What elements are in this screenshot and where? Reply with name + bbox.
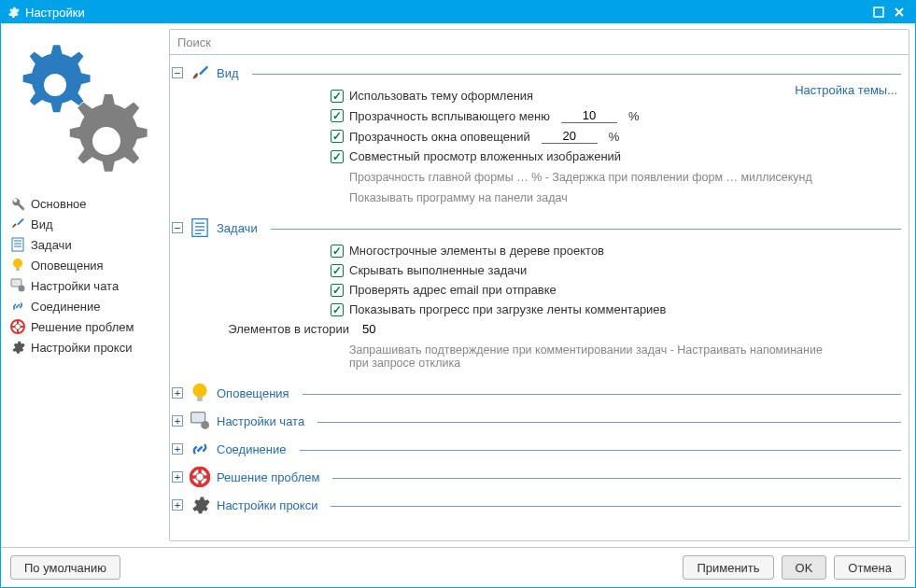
nav-item-main[interactable]: Основное [7, 194, 165, 213]
section-proxy-collapsed: + Настройки прокси [172, 495, 901, 515]
label-history: Элементов в истории [209, 322, 349, 336]
input-notify-opacity[interactable] [542, 129, 598, 144]
checkbox-use-theme[interactable] [331, 90, 344, 103]
input-popup-opacity[interactable] [561, 108, 617, 123]
document-icon [10, 237, 25, 252]
section-title: Решение проблем [217, 470, 319, 484]
window-title: Настройки [25, 6, 868, 20]
expand-toggle[interactable]: + [172, 443, 183, 455]
section-title: Задачи [217, 221, 258, 235]
nav-item-chat[interactable]: Настройки чата [7, 276, 165, 295]
label-check-email: Проверять адрес email при отправке [349, 283, 557, 297]
close-button[interactable] [889, 3, 909, 21]
maximize-button[interactable] [868, 3, 889, 21]
grey-hint-tasks: Запрашивать подтверждение при комментиро… [331, 342, 901, 370]
nav-item-proxy[interactable]: Настройки прокси [7, 338, 165, 357]
label-use-theme: Использовать тему оформления [349, 89, 533, 103]
bulb-icon [10, 258, 25, 273]
checkbox-multiline[interactable] [331, 245, 344, 258]
search-input[interactable] [170, 30, 909, 54]
expand-toggle[interactable]: + [172, 471, 183, 483]
section-tasks: − Задачи Многострочные элементы в дереве… [172, 217, 901, 375]
nav-label: Настройки чата [31, 279, 119, 293]
svg-rect-19 [197, 397, 203, 401]
svg-rect-3 [12, 238, 23, 251]
section-view: − Вид Настройка темы... Использовать тем… [172, 63, 901, 210]
nav-item-tasks[interactable]: Задачи [7, 235, 165, 254]
cancel-button[interactable]: Отмена [834, 555, 906, 580]
suffix-percent: % [609, 130, 620, 144]
section-connection-collapsed: + Соединение [172, 439, 901, 459]
main-panel: − Вид Настройка темы... Использовать тем… [169, 29, 909, 541]
checkbox-hide-done[interactable] [331, 264, 344, 277]
settings-small-icon [7, 6, 20, 19]
nav-item-view[interactable]: Вид [7, 215, 165, 233]
collapse-toggle[interactable]: − [172, 67, 183, 78]
divider [303, 394, 901, 395]
label-hide-done: Скрывать выполненные задачи [349, 263, 527, 277]
document-icon [189, 217, 211, 238]
svg-point-23 [196, 473, 204, 481]
collapse-toggle[interactable]: − [172, 222, 183, 233]
section-title: Оповещения [217, 386, 289, 400]
nav-item-notifications[interactable]: Оповещения [7, 256, 165, 274]
gear-icon [10, 340, 25, 355]
checkbox-popup-opacity[interactable] [331, 109, 344, 122]
content-scroll[interactable]: − Вид Настройка темы... Использовать тем… [170, 55, 909, 540]
footer: По умолчанию Применить OK Отмена [1, 547, 915, 587]
nav-item-connection[interactable]: Соединение [7, 297, 165, 315]
lifebuoy-icon [189, 467, 211, 487]
nav-label: Соединение [31, 300, 101, 314]
suffix-percent: % [628, 109, 640, 123]
svg-rect-9 [11, 279, 21, 287]
link-icon [189, 439, 211, 459]
settings-window: Настройки [0, 0, 916, 588]
svg-point-12 [15, 324, 21, 329]
label-show-progress: Показывать прогресс при загрузке ленты к… [349, 302, 667, 316]
expand-toggle[interactable]: + [172, 387, 183, 399]
label-popup-opacity: Прозрачность всплывающего меню [349, 109, 550, 123]
nav-label: Основное [31, 197, 87, 211]
nav-label: Настройки прокси [31, 341, 132, 355]
brush-icon [10, 217, 25, 231]
apply-button[interactable]: Применить [683, 555, 773, 580]
section-title: Соединение [217, 442, 287, 456]
nav-label: Оповещения [31, 259, 104, 273]
checkbox-notify-opacity[interactable] [331, 130, 344, 143]
nav-list: Основное Вид Задачи Оповещения Настройки… [7, 192, 165, 358]
divider [252, 74, 901, 75]
nav-item-troubleshoot[interactable]: Решение проблем [7, 317, 165, 336]
section-title: Настройки прокси [217, 498, 317, 512]
link-icon [10, 299, 25, 314]
nav-label: Решение проблем [31, 320, 134, 334]
svg-point-2 [92, 127, 120, 155]
grey-hint-vid-2: Показывать программу на панели задач [331, 189, 901, 204]
ok-button[interactable]: OK [782, 555, 827, 580]
divider [332, 478, 901, 479]
lifebuoy-icon [10, 319, 25, 334]
body: Основное Вид Задачи Оповещения Настройки… [1, 23, 915, 547]
checkbox-show-progress[interactable] [331, 303, 344, 316]
input-history[interactable] [362, 322, 437, 336]
svg-rect-20 [191, 413, 205, 423]
section-title: Вид [217, 66, 239, 80]
expand-toggle[interactable]: + [172, 499, 183, 511]
theme-settings-link[interactable]: Настройка темы... [795, 83, 897, 97]
section-troubleshoot-collapsed: + Решение проблем [172, 467, 901, 487]
divider [331, 506, 901, 507]
grey-hint-vid-1: Прозрачность главной формы … % - Задержк… [331, 169, 901, 184]
checkbox-check-email[interactable] [331, 284, 344, 297]
svg-point-7 [13, 259, 22, 268]
chat-settings-icon [189, 411, 211, 431]
nav-label: Задачи [31, 238, 72, 252]
gear-icon [189, 495, 211, 515]
defaults-button[interactable]: По умолчанию [10, 555, 120, 580]
brush-icon [189, 63, 211, 83]
svg-rect-0 [874, 7, 883, 17]
label-notify-opacity: Прозрачность окна оповещений [349, 130, 530, 144]
wrench-icon [10, 196, 25, 211]
expand-toggle[interactable]: + [172, 415, 183, 427]
nav-label: Вид [31, 217, 53, 231]
search-row [170, 30, 909, 55]
checkbox-joint-view[interactable] [331, 150, 344, 163]
